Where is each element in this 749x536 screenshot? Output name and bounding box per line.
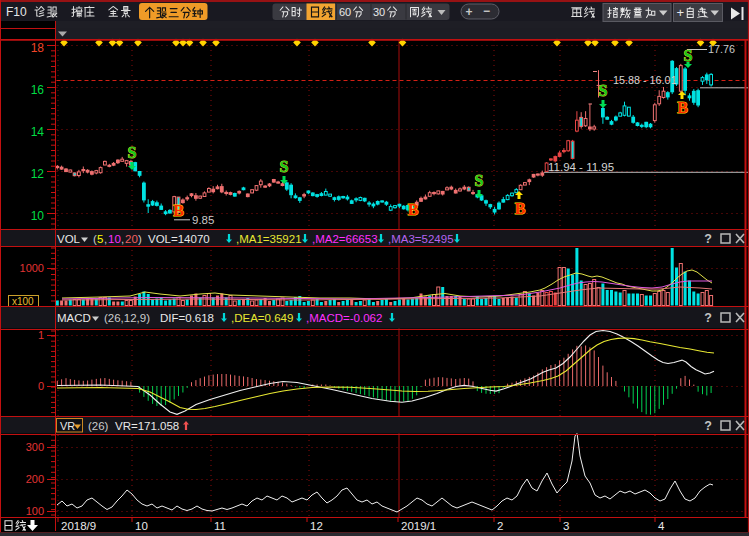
svg-text:): ) <box>138 233 142 245</box>
svg-text:12: 12 <box>31 167 45 181</box>
svg-text:VOL: VOL <box>57 233 81 245</box>
svg-text:15.88 - 16.01: 15.88 - 16.01 <box>613 74 677 86</box>
svg-text:,MA2=66653: ,MA2=66653 <box>312 233 378 245</box>
svg-text:,: , <box>121 233 124 245</box>
svg-text:+: + <box>466 5 473 19</box>
svg-text:20: 20 <box>125 233 138 245</box>
svg-text:DIF=0.618: DIF=0.618 <box>160 312 214 324</box>
svg-text:,DEA=0.649: ,DEA=0.649 <box>231 312 293 324</box>
svg-text:16: 16 <box>31 83 45 97</box>
svg-text:11: 11 <box>214 520 226 532</box>
svg-text:2018/9: 2018/9 <box>61 520 96 532</box>
svg-text:1000: 1000 <box>20 262 44 274</box>
svg-text:,: , <box>104 233 107 245</box>
svg-text:60: 60 <box>339 6 351 18</box>
svg-text:MACD: MACD <box>57 312 91 324</box>
svg-text:,MACD=-0.062: ,MACD=-0.062 <box>306 312 382 324</box>
svg-text:10: 10 <box>135 520 148 532</box>
svg-text:2019/1: 2019/1 <box>401 520 436 532</box>
svg-text:2: 2 <box>497 520 503 532</box>
svg-text:x100: x100 <box>12 296 34 307</box>
svg-text:VR=171.058: VR=171.058 <box>115 420 179 432</box>
svg-text:S: S <box>599 82 608 99</box>
svg-text:0: 0 <box>38 380 44 392</box>
svg-text:?: ? <box>704 419 712 433</box>
svg-text:5: 5 <box>97 233 103 245</box>
svg-text:4: 4 <box>658 520 665 532</box>
svg-text:B: B <box>515 200 526 217</box>
svg-text:3: 3 <box>563 520 569 532</box>
svg-text:VOL=14070: VOL=14070 <box>148 233 210 245</box>
svg-text:10: 10 <box>31 209 45 223</box>
svg-text:1: 1 <box>38 329 44 341</box>
svg-text:17.76: 17.76 <box>708 43 735 55</box>
svg-text:10: 10 <box>108 233 121 245</box>
svg-text:18: 18 <box>31 41 45 55</box>
svg-text:−: − <box>483 4 490 18</box>
svg-text:12: 12 <box>310 520 323 532</box>
svg-text:,MA1=35921: ,MA1=35921 <box>236 233 302 245</box>
svg-text:S: S <box>280 158 289 175</box>
svg-text:11.94 - 11.95: 11.94 - 11.95 <box>548 161 614 173</box>
svg-text:F10: F10 <box>6 5 27 19</box>
svg-text:?: ? <box>704 232 712 246</box>
svg-text:S: S <box>684 47 693 64</box>
svg-text:+: + <box>677 5 685 20</box>
svg-text:(26,12,9): (26,12,9) <box>104 312 150 324</box>
svg-text:VR: VR <box>60 420 75 432</box>
svg-text:300: 300 <box>26 441 44 453</box>
svg-text:100: 100 <box>26 505 44 517</box>
svg-text:B: B <box>677 99 688 116</box>
svg-text:,MA3=52495: ,MA3=52495 <box>388 233 454 245</box>
svg-text:S: S <box>128 144 137 161</box>
svg-text:200: 200 <box>26 473 44 485</box>
svg-text:B: B <box>408 201 419 218</box>
svg-text:14: 14 <box>31 125 45 139</box>
svg-text:B: B <box>173 202 184 219</box>
svg-text:30: 30 <box>373 6 385 18</box>
svg-text:9.85: 9.85 <box>192 214 214 226</box>
svg-text:(26): (26) <box>88 420 109 432</box>
svg-text:?: ? <box>704 311 712 325</box>
svg-text:S: S <box>475 172 484 189</box>
